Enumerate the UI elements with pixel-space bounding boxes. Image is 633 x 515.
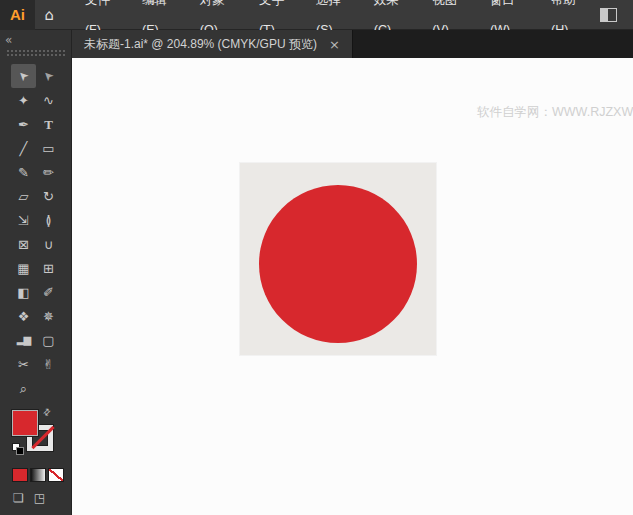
tool-eyedropper[interactable]: ✐	[36, 280, 61, 304]
tool-zoom[interactable]: ⌕	[11, 376, 36, 400]
hand-icon: ✌	[43, 358, 54, 371]
panel-collapse-icon[interactable]: «	[0, 32, 12, 47]
tool-free-transform[interactable]: ⊠	[11, 232, 36, 256]
tool-mesh[interactable]: ⊞	[36, 256, 61, 280]
tool-pencil[interactable]: ✏	[36, 160, 61, 184]
logo-text: Ai	[10, 6, 25, 23]
mesh-icon: ⊞	[43, 262, 54, 275]
none-button[interactable]	[48, 468, 64, 482]
tool-eraser[interactable]: ▱	[11, 184, 36, 208]
tool-paintbrush[interactable]: ✎	[11, 160, 36, 184]
tool-magic-wand[interactable]: ✦	[11, 88, 36, 112]
rotate-icon: ↻	[43, 190, 54, 203]
tool-blend[interactable]: ❖	[11, 304, 36, 328]
default-fill-stroke-icon[interactable]	[12, 443, 25, 456]
default-stroke-square	[16, 447, 24, 455]
slice-icon: ✂	[18, 358, 29, 371]
artboard-icon: ▢	[42, 334, 54, 347]
paint-style-row	[12, 468, 71, 482]
tool-rotate[interactable]: ↻	[36, 184, 61, 208]
tool-shape-builder[interactable]: ∪	[36, 232, 61, 256]
gradient-icon: ◧	[17, 286, 29, 299]
document-tab-title: 未标题-1.ai* @ 204.89% (CMYK/GPU 预览)	[84, 36, 317, 53]
arrange-documents-icon[interactable]	[600, 8, 617, 22]
eraser-icon: ▱	[19, 190, 29, 203]
magic-wand-icon: ✦	[18, 94, 29, 107]
illustrator-logo: Ai	[0, 0, 35, 30]
fill-swatch[interactable]	[12, 410, 38, 436]
tool-pen[interactable]: ✒	[11, 112, 36, 136]
gradient-button[interactable]	[30, 468, 46, 482]
tool-line-segment[interactable]: ╱	[11, 136, 36, 160]
direct-selection-icon: ➤	[41, 68, 57, 84]
menu-bar: Ai ⌂ 文件(F)编辑(E)对象(O)文字(T)选择(S)效果(C)视图(V)…	[0, 0, 633, 30]
shape-builder-icon: ∪	[44, 238, 54, 251]
canvas-area[interactable]: 软件自学网：WWW.RJZXW	[72, 58, 633, 515]
type-icon: T	[44, 118, 53, 131]
blend-icon: ❖	[18, 310, 30, 323]
mode-row: ❏ ◳	[13, 492, 71, 504]
rectangle-icon: ▭	[42, 142, 54, 155]
lasso-icon: ∿	[43, 94, 54, 107]
watermark-text: 软件自学网：WWW.RJZXW	[477, 104, 633, 121]
zoom-icon: ⌕	[20, 382, 27, 395]
tool-selection[interactable]: ➤	[11, 64, 36, 88]
screen-mode-icon[interactable]: ◳	[34, 492, 45, 504]
tool-artboard[interactable]: ▢	[36, 328, 61, 352]
tool-hand[interactable]: ✌	[36, 352, 61, 376]
tools-panel: « ➤➤✦∿✒T╱▭✎✏▱↻⇲≬⊠∪▦⊞◧✐❖✵▂▆▢✂✌⌕ ⇄ ❏ ◳	[0, 30, 72, 515]
width-icon: ≬	[45, 214, 51, 227]
tool-slice[interactable]: ✂	[11, 352, 36, 376]
tab-close-icon[interactable]: ×	[329, 38, 340, 51]
tool-width[interactable]: ≬	[36, 208, 61, 232]
artboard[interactable]	[240, 163, 436, 355]
swap-fill-stroke-icon[interactable]: ⇄	[41, 406, 53, 418]
free-transform-icon: ⊠	[18, 238, 29, 251]
tool-rectangle[interactable]: ▭	[36, 136, 61, 160]
column-graph-icon: ▂▆	[17, 335, 30, 345]
tool-type[interactable]: T	[36, 112, 61, 136]
document-tab[interactable]: 未标题-1.ai* @ 204.89% (CMYK/GPU 预览) ×	[72, 30, 353, 58]
paintbrush-icon: ✎	[18, 166, 29, 179]
fill-stroke-controls: ⇄	[12, 410, 58, 456]
tool-scale[interactable]: ⇲	[11, 208, 36, 232]
scale-icon: ⇲	[18, 214, 29, 227]
color-button[interactable]	[12, 468, 28, 482]
perspective-grid-icon: ▦	[17, 262, 29, 275]
document-tab-bar: 未标题-1.ai* @ 204.89% (CMYK/GPU 预览) ×	[72, 30, 633, 58]
eyedropper-icon: ✐	[43, 286, 54, 299]
pen-icon: ✒	[18, 118, 29, 131]
tool-direct-selection[interactable]: ➤	[36, 64, 61, 88]
tool-lasso[interactable]: ∿	[36, 88, 61, 112]
red-circle-object[interactable]	[259, 185, 417, 343]
home-icon[interactable]: ⌂	[35, 0, 64, 30]
tool-symbol-sprayer[interactable]: ✵	[36, 304, 61, 328]
line-segment-icon: ╱	[20, 142, 28, 155]
tool-gradient[interactable]: ◧	[11, 280, 36, 304]
tools-grid: ➤➤✦∿✒T╱▭✎✏▱↻⇲≬⊠∪▦⊞◧✐❖✵▂▆▢✂✌⌕	[11, 64, 61, 400]
symbol-sprayer-icon: ✵	[43, 310, 54, 323]
arrange-documents-icon-fill	[601, 9, 608, 21]
panel-drag-handle[interactable]	[6, 49, 65, 57]
selection-icon: ➤	[16, 68, 32, 84]
pencil-icon: ✏	[43, 166, 54, 179]
tools-panel-header: «	[0, 30, 71, 58]
draw-mode-icon[interactable]: ❏	[13, 492, 24, 504]
tool-column-graph[interactable]: ▂▆	[11, 328, 36, 352]
tool-perspective-grid[interactable]: ▦	[11, 256, 36, 280]
